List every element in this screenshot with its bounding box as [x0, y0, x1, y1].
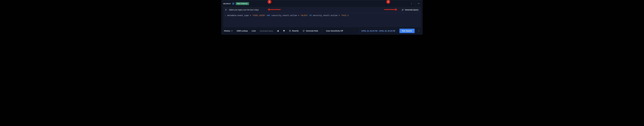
search-title: SEARCH	[223, 3, 231, 5]
svg-point-2	[412, 4, 412, 5]
magic-wand-icon	[302, 30, 305, 32]
chevron-down-icon	[231, 30, 233, 32]
collapse-button[interactable]	[416, 2, 421, 6]
kebab-icon	[418, 30, 420, 32]
close-icon	[225, 9, 227, 11]
svg-point-3	[419, 30, 419, 31]
svg-point-1	[412, 4, 412, 4]
info-icon[interactable]: i	[232, 3, 234, 5]
editor-code[interactable]: metadata.event_type = "USER_LOGIN" AND (…	[227, 13, 421, 27]
chevron-up-icon	[418, 3, 420, 5]
run-search-button[interactable]: Run Search	[400, 29, 414, 33]
thumbs-down-icon	[283, 30, 285, 32]
thumbs-down-button[interactable]	[282, 29, 286, 33]
run-more-options-button[interactable]	[417, 29, 421, 33]
nl-query-row: Generate Query	[223, 7, 421, 13]
search-panel: 1 2 SEARCH i New Features	[222, 0, 422, 35]
case-sensitivity-toggle[interactable]: Case Sensitivity Off	[325, 29, 344, 33]
nl-query-input[interactable]	[229, 8, 396, 11]
date-range-picker[interactable]: APRIL 26, 06:29 PM - APRIL 29, 06:29 PM	[359, 29, 397, 33]
generated-query-label: Generated Query	[259, 29, 274, 33]
more-options-button[interactable]	[409, 2, 414, 6]
clear-nl-button[interactable]	[224, 8, 227, 11]
lists-button[interactable]: Lists	[251, 29, 257, 33]
svg-point-0	[412, 3, 412, 3]
query-editor[interactable]: 1 metadata.event_type = "USER_LOGIN" AND…	[223, 13, 421, 27]
generate-rule-button[interactable]: Generate Rule	[302, 29, 319, 33]
thumbs-up-button[interactable]	[276, 29, 280, 33]
separator	[322, 29, 322, 33]
header-row: SEARCH i New Features	[223, 1, 421, 7]
new-features-badge[interactable]: New Features	[236, 2, 249, 5]
history-button[interactable]: History	[223, 29, 234, 33]
bottom-toolbar: History UDM Lookup Lists Generated Query…	[223, 27, 421, 33]
kebab-icon	[410, 3, 412, 5]
rewrite-button[interactable]: Rewrite	[288, 29, 300, 33]
udm-lookup-button[interactable]: UDM Lookup	[236, 29, 248, 33]
rewrite-icon	[289, 30, 291, 32]
svg-point-4	[419, 31, 419, 31]
magic-pencil-icon	[402, 9, 404, 11]
svg-point-5	[419, 31, 419, 32]
thumbs-up-icon	[277, 30, 279, 32]
generate-query-button[interactable]: Generate Query	[400, 8, 420, 12]
generate-query-label: Generate Query	[405, 9, 418, 11]
editor-gutter: 1	[223, 13, 227, 27]
